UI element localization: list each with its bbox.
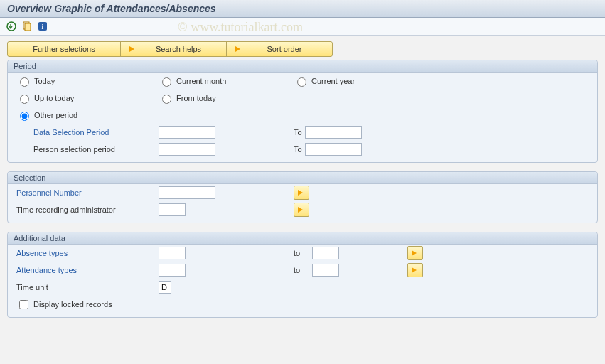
arrow-right-icon [410,265,420,275]
app-toolbar: i [0,18,605,36]
absence-types-multi-button[interactable] [407,246,423,260]
period-other-radio[interactable] [20,112,29,121]
execute-icon[interactable] [6,21,17,32]
absence-types-from-input[interactable] [159,247,186,259]
additional-data-group-title: Additional data [8,232,597,245]
person-selection-from-input[interactable] [159,143,215,156]
period-up-to-today-radio[interactable] [20,95,29,104]
svg-point-0 [7,22,16,31]
period-current-month-label: Current month [176,77,226,85]
get-variant-icon[interactable] [21,21,33,32]
personnel-number-multi-button[interactable] [294,186,309,200]
period-current-year-label: Current year [311,77,355,85]
personnel-number-label: Personnel Number [16,188,82,197]
selection-group: Selection Personnel Number Time recordin… [7,171,598,223]
period-current-month-radio[interactable] [162,77,171,87]
sort-order-button[interactable]: Sort order [226,41,333,57]
additional-data-group: Additional data Absence types to Atte [7,232,598,318]
person-selection-to-input[interactable] [305,143,362,156]
selection-button-row: Further selections Search helps Sort ord… [7,41,598,57]
time-unit-label: Time unit [16,283,48,291]
time-unit-input[interactable] [159,281,171,294]
period-from-today-radio[interactable] [162,95,171,104]
page-title: Overview Graphic of Attendances/Absences [0,0,605,18]
to-label: to [294,266,300,274]
period-up-to-today-label: Up to today [34,94,74,102]
data-selection-to-input[interactable] [305,126,362,139]
selection-group-title: Selection [8,172,597,184]
attendance-types-from-input[interactable] [159,264,186,277]
arrow-right-icon [234,44,244,54]
period-group: Period Today Current month Current year … [7,60,598,163]
attendance-types-label: Attendance types [16,266,77,274]
time-admin-input[interactable] [159,203,186,216]
arrow-right-icon [296,205,306,215]
to-label: To [294,128,302,136]
arrow-right-icon [128,44,138,54]
period-current-year-radio[interactable] [297,77,306,87]
arrow-right-icon [296,188,306,198]
absence-types-label: Absence types [16,249,68,257]
personnel-number-input[interactable] [159,186,215,199]
attendance-types-to-input[interactable] [312,264,339,277]
period-from-today-label: From today [176,94,216,102]
attendance-types-multi-button[interactable] [407,263,423,277]
time-admin-label: Time recording administrator [16,205,116,214]
absence-types-to-input[interactable] [312,247,339,259]
display-locked-label: Display locked records [33,300,112,309]
svg-text:i: i [42,23,44,31]
period-group-title: Period [8,60,597,73]
data-selection-period-label: Data Selection Period [33,128,109,136]
period-today-radio[interactable] [20,77,29,87]
arrow-right-icon [410,248,420,258]
data-selection-from-input[interactable] [159,126,215,139]
search-helps-button[interactable]: Search helps [120,41,227,57]
further-selections-button[interactable]: Further selections [7,41,121,57]
person-selection-period-label: Person selection period [33,145,115,154]
to-label: to [294,249,300,257]
period-today-label: Today [34,77,55,85]
display-locked-checkbox[interactable] [19,300,28,309]
info-icon[interactable]: i [37,21,48,32]
to-label: To [294,145,302,154]
svg-rect-2 [25,23,31,31]
period-other-label: Other period [34,111,77,119]
time-admin-multi-button[interactable] [294,203,309,217]
